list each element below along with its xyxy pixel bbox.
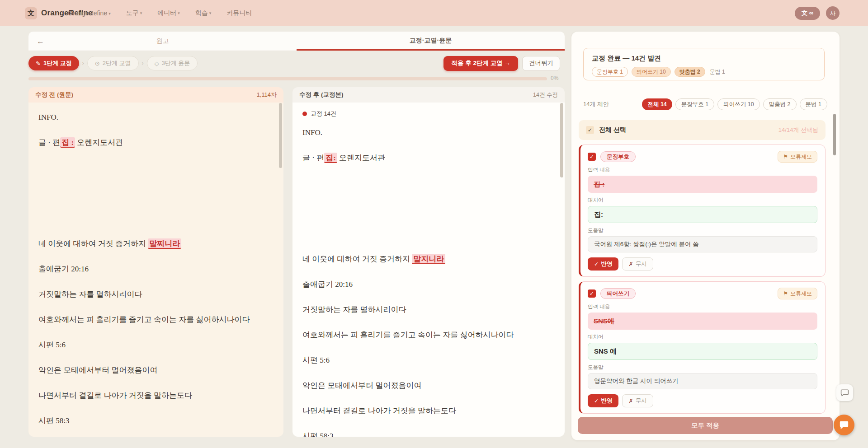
filter-chip[interactable]: 전체 14 [642,98,672,110]
text-run: 거짓말하는 자를 멸하시리이다 [302,305,406,314]
correction-highlight[interactable]: 집: [324,153,337,163]
input-label: 입력 내용 [588,167,817,173]
summary-badge: 문법 1 [709,67,726,77]
correction-highlight[interactable]: 말지니라 [412,254,445,264]
skip-button[interactable]: 건너뛰기 [522,56,560,71]
text-run: 시편 5:6 [38,341,66,349]
menu-item-OrangeRefine[interactable]: OrangeRefine▾ [68,9,111,17]
check-icon: ✓ [594,261,599,267]
ignore-button[interactable]: ✗무시 [622,257,653,271]
usage-badge[interactable]: 文 ∞ [795,7,820,20]
source-line: 글 · 편집 : 오렌지도서관 [38,130,274,155]
text-run: 시편 58:3 [302,432,333,437]
result-text-area[interactable]: 교정 14건 INFO.글 · 편집: 오렌지도서관 네 이웃에 대하여 거짓 … [292,103,565,437]
brand-logo-icon: 文 [25,7,37,19]
sidebar-scrollbar[interactable] [833,114,836,155]
ignore-button[interactable]: ✗무시 [622,394,653,407]
apply-all-button[interactable]: 모두 적용 [578,417,833,434]
select-all-row[interactable]: ✓ 전체 선택 14/14개 선택됨 [579,120,826,140]
x-icon: ✗ [628,261,633,267]
help-label: 도움말 [588,227,817,234]
result-line [302,221,555,247]
ignore-label: 무시 [636,397,647,405]
source-scrollbar[interactable] [279,103,282,168]
menu-item-학습[interactable]: 학습▾ [195,9,212,17]
result-line: INFO. [302,120,555,145]
replacement-text-box: SNS 에 [588,343,817,360]
step-icon: ⊙ [95,60,100,67]
source-line: 출애굽기 20:16 [38,257,274,282]
check-icon: ✓ [594,397,599,404]
source-line: 시편 5:6 [38,332,274,358]
text-run: 네 이웃에 대하여 거짓 증거하지 [38,239,148,248]
text-run: 글 · 편 [38,138,60,147]
text-run: 출애굽기 20:16 [302,280,353,289]
source-text-area[interactable]: INFO.글 · 편집 : 오렌지도서관 네 이웃에 대하여 거짓 증거하지 말… [28,103,283,437]
text-run: 시편 58:3 [38,416,69,425]
result-line: 나면서부터 곁길로 나아가 거짓을 말하는도다 [302,398,555,424]
result-panel-header: 수정 후 (교정본) 14건 수정 [292,87,565,103]
step-separator: › [82,60,84,66]
suggestion-card-header: ✓띄어쓰기⚑오류제보 [588,288,817,299]
source-panel: 수정 전 (원문) 1,114자 INFO.글 · 편집 : 오렌지도서관 네 … [28,87,283,437]
suggestion-checkbox[interactable]: ✓ [588,289,596,298]
apply-next-step-button[interactable]: 적용 후 2단계 교열 → [443,56,518,71]
report-error-button[interactable]: ⚑오류제보 [778,151,817,163]
suggestion-card: ✓띄어쓰기⚑오류제보입력 내용SNS에대치어SNS 에도움말영문약어와 한글 사… [579,281,826,414]
result-line: 거짓말하는 자를 멸하시리이다 [302,297,555,322]
filter-chip[interactable]: 띄어쓰기 10 [717,98,760,110]
result-line: 여호와께서는 피 흘리기를 즐기고 속이는 자를 싫어하시나이다 [302,322,555,348]
report-error-label: 오류제보 [790,290,812,298]
filter-chip[interactable]: 문법 1 [800,98,827,110]
accept-button[interactable]: ✓반영 [588,257,618,271]
chat-bubble-outline-icon [840,388,849,397]
select-all-checkbox[interactable]: ✓ [586,126,594,134]
menu-item-에디터[interactable]: 에디터▾ [157,9,180,17]
text-run: 악인은 모태에서부터 멀어졌음이여 [302,381,422,390]
suggestion-list: ✓ 전체 선택 14/14개 선택됨 ✓문장부호⚑오류제보입력 내용집 :대치어… [579,112,828,415]
source-line: 시편 58:3 [38,408,274,434]
step-pills: ✎1단계 교정›⊙2단계 교열›◇3단계 윤문 [28,56,198,70]
text-run: 네 이웃에 대하여 거짓 증거하지 [302,255,412,263]
step-label: 1단계 교정 [43,59,72,67]
step-icon: ✎ [36,60,41,67]
step-separator: › [142,60,144,66]
menu-item-도구[interactable]: 도구▾ [126,9,142,17]
filter-row: 14개 제안 전체 14문장부호 1띄어쓰기 10맞춤법 2문법 1 [583,98,827,110]
result-line: 악인은 모태에서부터 멀어졌음이여 [302,373,555,398]
chat-launcher-button[interactable] [834,415,854,435]
report-error-label: 오류제보 [790,153,812,161]
navbar-right: 文 ∞ 사 [795,0,840,26]
summary-badges: 문장부호 1띄어쓰기 10맞춤법 2문법 1 [592,67,816,77]
select-all-label: 전체 선택 [599,126,626,134]
report-error-button[interactable]: ⚑오류제보 [778,288,817,299]
suggestion-card-header: ✓문장부호⚑오류제보 [588,151,817,163]
text-run: 나면서부터 곁길로 나아가 거짓을 말하는도다 [302,406,456,415]
chat-secondary-button[interactable] [836,384,853,401]
text-run: 악인은 모태에서부터 멀어졌음이여 [38,366,158,374]
avatar[interactable]: 사 [826,6,840,20]
accept-button[interactable]: ✓반영 [588,394,618,407]
summary-card: 교정 완료 — 14건 발견 문장부호 1띄어쓰기 10맞춤법 2문법 1 [583,48,825,80]
flag-icon: ⚑ [783,154,788,160]
navbar: 文 OrangeRefine OrangeRefine▾도구▾에디터▾학습▾커뮤… [0,0,868,26]
correction-highlight[interactable]: 말찌니라 [148,238,181,249]
back-arrow-icon[interactable]: ← [37,32,44,51]
source-line: 거짓말하는 자를 멸하시리이다 [38,282,274,307]
correction-count-label: 교정 14건 [311,110,336,118]
result-line: 출애굽기 20:16 [302,272,555,297]
result-line: 시편 58:3 [302,424,555,437]
menu-item-커뮤니티[interactable]: 커뮤니티 [226,9,252,17]
result-line: 글 · 편집: 오렌지도서관 [302,145,555,171]
step-pill-3[interactable]: ◇3단계 윤문 [147,56,198,70]
tab-proofread[interactable]: 교정·교열·윤문 [297,32,565,51]
result-scrollbar[interactable] [560,103,563,177]
filter-chip[interactable]: 문장부호 1 [675,98,714,110]
steps-row: ✎1단계 교정›⊙2단계 교열›◇3단계 윤문 적용 후 2단계 교열 → 건너… [28,55,565,71]
suggestion-checkbox[interactable]: ✓ [588,153,596,161]
step-pill-2[interactable]: ⊙2단계 교열 [87,56,139,70]
step-pill-1[interactable]: ✎1단계 교정 [28,56,79,70]
tab-original[interactable]: 원고 [28,32,297,51]
correction-highlight[interactable]: 집 : [60,137,75,148]
filter-chip[interactable]: 맞춤법 2 [763,98,797,110]
